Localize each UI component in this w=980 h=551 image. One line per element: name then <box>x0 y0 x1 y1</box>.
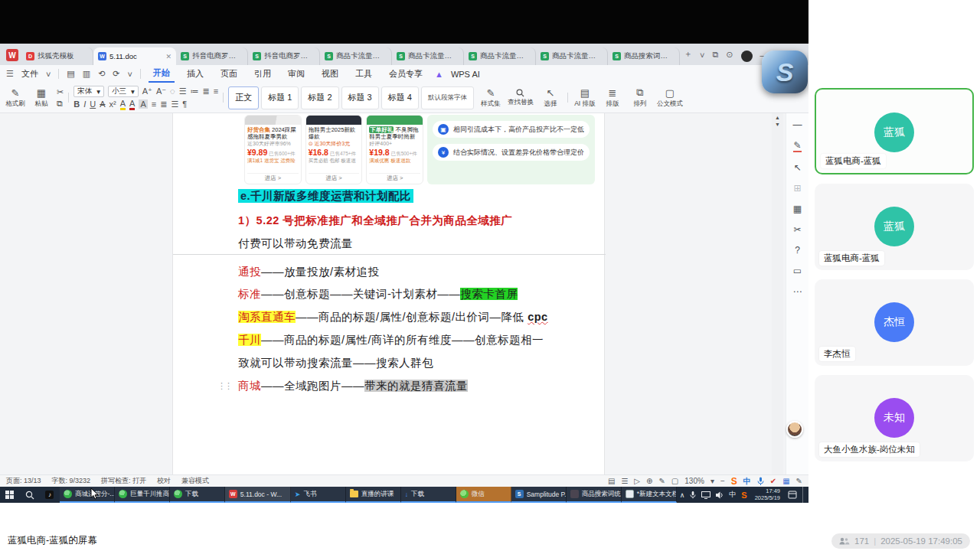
participant-tile[interactable]: 未知 大鱼小鱼水族-岗位未知 <box>815 375 974 461</box>
pen-icon[interactable]: ✎ <box>793 140 801 152</box>
cut-icon[interactable]: ✂ <box>57 87 64 97</box>
shading-icon[interactable]: A <box>139 99 147 109</box>
more-icon[interactable]: ⋯ <box>793 286 802 297</box>
taskbar-item-feishu[interactable]: ➤ 飞书 <box>291 487 346 503</box>
tab-close-icon[interactable]: ✕ <box>165 53 172 60</box>
taskbar-item-downloads[interactable]: ↓ 下载 <box>401 487 456 503</box>
browser-tab[interactable]: S 商品卡流量分析流量来源 <box>392 47 464 65</box>
douyin-app-icon[interactable]: ♪ <box>40 487 60 503</box>
taskbar-clock[interactable]: 17:49 2025/5/19 <box>753 488 782 501</box>
style-heading4[interactable]: 标题 4 <box>381 86 419 109</box>
select-button[interactable]: ↖ 选择 <box>540 87 561 109</box>
outline-view-icon[interactable]: ☰ <box>621 477 628 485</box>
new-tab-button[interactable]: ＋ <box>684 48 692 60</box>
indent-icon[interactable]: ≣ <box>203 86 210 96</box>
collapse-icon[interactable]: — <box>793 119 802 130</box>
clear-format-icon[interactable]: ◌ <box>170 86 175 96</box>
speaker-icon[interactable] <box>716 491 724 499</box>
spellcheck-status[interactable]: 拼写检查: 打开 <box>101 476 146 486</box>
taskbar-item-browser[interactable]: 巨量千川推商... <box>115 487 170 503</box>
browser-profile-avatar[interactable] <box>741 51 753 62</box>
taskbar-item-wps-doc[interactable]: W 5.11.doc - W... <box>225 487 291 503</box>
superscript-icon[interactable]: x² <box>109 99 116 109</box>
screenshot-icon[interactable]: ▦ <box>793 204 802 214</box>
line-spacing-icon[interactable]: ¶ <box>182 99 187 109</box>
tab-list-caret-icon[interactable]: ˅ <box>700 51 704 60</box>
font-size-select[interactable]: 小三 ▾ <box>108 86 139 97</box>
style-default-font[interactable]: 默认段落字体 <box>421 86 474 109</box>
zoom-level[interactable]: 130% <box>684 477 704 485</box>
font-color-icon[interactable]: A <box>129 99 135 110</box>
scroll-down-icon[interactable]: ▼ <box>775 122 780 127</box>
arrange-button[interactable]: ⧉ 排列 <box>629 86 651 109</box>
edit-mode-icon[interactable]: ✎ <box>658 477 665 485</box>
display-icon[interactable] <box>701 491 710 499</box>
file-menu[interactable]: 文件 <box>21 68 38 80</box>
sunlogin-tray-icon[interactable]: S <box>741 491 746 500</box>
menu-item-view[interactable]: 视图 <box>317 68 343 80</box>
vertical-scrollbar[interactable]: ▲ ▼ <box>772 113 783 474</box>
sunlogin-logo-icon[interactable]: S <box>731 476 737 487</box>
browser-tab[interactable]: S 抖音电商罗盘-成交... <box>248 47 320 65</box>
whiteboard-icon[interactable]: ▭ <box>793 266 802 276</box>
menu-item-reference[interactable]: 引用 <box>250 68 276 80</box>
menu-item-member[interactable]: 会员专享 <box>384 68 427 80</box>
mic-icon[interactable] <box>690 491 696 499</box>
help-icon[interactable]: ? <box>795 245 800 256</box>
eraser-icon[interactable]: ✂ <box>793 224 801 235</box>
menu-item-tools[interactable]: 工具 <box>351 68 377 80</box>
taskbar-item-browser[interactable]: 商城运营分-... <box>60 487 115 503</box>
hidden-icons-chevron[interactable]: ∧ <box>680 491 685 499</box>
play-view-icon[interactable]: ▷ <box>634 477 640 485</box>
number-list-icon[interactable]: ≔ <box>191 86 199 96</box>
align-center-icon[interactable]: ≣ <box>160 99 167 109</box>
scroll-up-icon[interactable]: ▲ <box>775 115 780 120</box>
cursor-icon[interactable]: ↖ <box>793 162 801 173</box>
web-view-icon[interactable]: ⊕ <box>646 477 652 485</box>
taskbar-item-search-words[interactable]: 商品搜索词统... <box>567 487 622 503</box>
wps-app-icon[interactable]: W <box>6 49 18 61</box>
chevron-down-icon[interactable]: ▾ <box>710 477 714 485</box>
align-justify-icon[interactable]: ☰ <box>171 99 178 109</box>
wps-ai-button[interactable]: WPS AI <box>451 70 480 79</box>
presenter-camera-avatar[interactable] <box>786 421 803 438</box>
chevron-down-icon[interactable]: ˅ <box>128 70 132 79</box>
browser-tab[interactable]: S 商品搜索词列表_统计... <box>608 47 680 65</box>
menu-item-review[interactable]: 审阅 <box>283 68 309 80</box>
strikethrough-icon[interactable]: A <box>100 99 105 109</box>
taskbar-search-button[interactable] <box>20 487 40 503</box>
fit-page-icon[interactable]: ▢ <box>671 477 678 485</box>
browser-tab[interactable]: D 找狐壳模板 <box>21 47 93 65</box>
undo-icon[interactable]: ⟲ <box>98 69 105 79</box>
italic-icon[interactable]: I <box>83 99 86 109</box>
menu-item-home[interactable]: 开始 <box>149 65 175 83</box>
style-normal[interactable]: 正文 <box>228 86 259 109</box>
ime-indicator[interactable]: 中 <box>729 490 736 500</box>
style-heading1[interactable]: 标题 1 <box>261 86 299 109</box>
browser-settings-icon[interactable]: ⊙ <box>726 50 733 60</box>
start-button[interactable] <box>0 487 20 503</box>
participant-tile[interactable]: 蓝狐 蓝狐电商-蓝狐 <box>815 184 974 270</box>
menu-item-insert[interactable]: 插入 <box>182 68 208 80</box>
taskbar-item-notepad[interactable]: *新建文本文档... <box>622 487 677 503</box>
laser-pointer-icon[interactable]: ⊞ <box>793 183 801 194</box>
notification-icon[interactable] <box>788 491 797 499</box>
word-count[interactable]: 字数: 9/3232 <box>52 476 91 486</box>
decrease-font-icon[interactable]: A⁻ <box>156 86 166 96</box>
style-heading2[interactable]: 标题 2 <box>301 86 338 109</box>
proofread-button[interactable]: 校对 <box>157 476 171 486</box>
outdent-icon[interactable]: ≡ <box>214 86 218 96</box>
font-name-select[interactable]: 宋体 ▾ <box>74 86 104 97</box>
taskbar-item-browser[interactable]: 下载 <box>170 487 225 503</box>
chevron-down-icon[interactable]: ˅ <box>46 70 51 79</box>
browser-tab[interactable]: S 抖音电商罗盘-成交分析 <box>176 47 248 65</box>
layout-button[interactable]: ≣ 排版 <box>602 87 623 109</box>
menu-item-page[interactable]: 页面 <box>216 68 242 80</box>
format-painter-button[interactable]: ✎ 格式刷 <box>5 87 26 109</box>
official-doc-mode-button[interactable]: ▢ 公文模式 <box>657 87 683 109</box>
restore-icon[interactable]: ⧉ <box>712 50 718 60</box>
participant-tile-active-speaker[interactable]: 蓝狐 蓝狐电商-蓝狐 <box>815 88 974 174</box>
increase-font-icon[interactable]: A⁺ <box>142 86 152 96</box>
print-icon[interactable]: ▥ <box>83 69 90 79</box>
redo-icon[interactable]: ⟳ <box>113 69 119 79</box>
